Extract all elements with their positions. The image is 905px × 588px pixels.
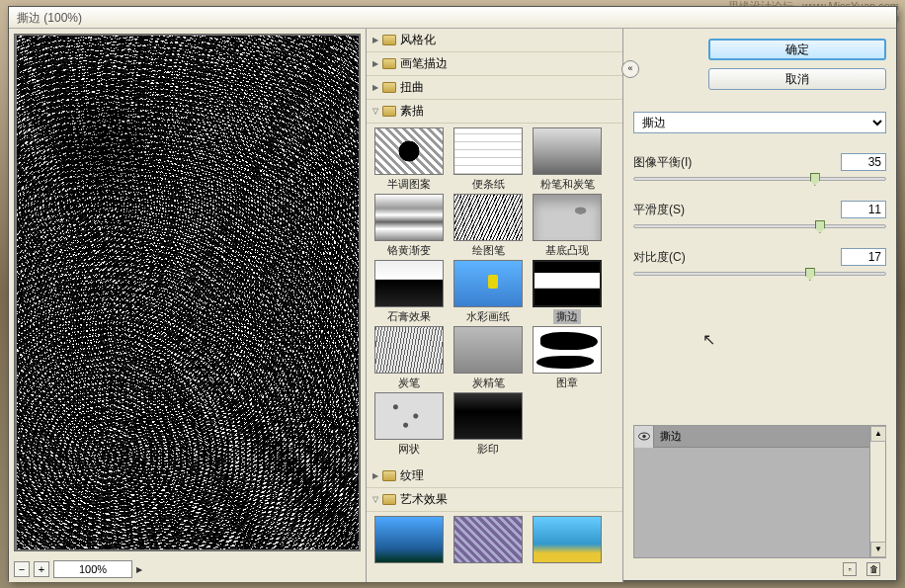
slider-label-contrast: 对比度(C) (633, 249, 686, 266)
folder-icon (382, 35, 396, 45)
category-stylize[interactable]: ▶ 风格化 (367, 29, 622, 52)
filter-select[interactable]: 撕边 (633, 112, 886, 133)
svg-point-1 (642, 435, 645, 438)
filter-gallery-dialog: 撕边 (100%) − + ▶ ▶ 风格化 (8, 6, 897, 581)
zoom-field[interactable] (53, 560, 132, 578)
chevron-right-icon: ▶ (372, 59, 378, 68)
category-sketch[interactable]: ▽ 素描 (367, 100, 622, 124)
smoothness-value[interactable] (841, 201, 886, 218)
category-label: 素描 (400, 103, 424, 120)
thumb-chalk-charcoal[interactable]: 粉笔和炭笔 (531, 127, 604, 192)
category-brush-strokes[interactable]: ▶ 画笔描边 (367, 52, 622, 76)
category-label: 艺术效果 (400, 491, 448, 508)
gallery-scroll[interactable]: ▶ 风格化 ▶ 画笔描边 ▶ 扭曲 ▽ 素描 (367, 29, 622, 582)
effect-layer-row[interactable]: 撕边 (634, 426, 885, 448)
layers-scrollbar[interactable]: ▲ ▼ (869, 426, 885, 557)
thumb-bas-relief[interactable]: 基底凸现 (531, 194, 604, 258)
folder-icon (382, 82, 396, 93)
effect-layers-panel: 撕边 ▲ ▼ (633, 425, 886, 558)
slider-label-smoothness: 平滑度(S) (633, 202, 685, 218)
preview-footer: − + ▶ (9, 556, 366, 582)
thumb-artistic-2[interactable] (452, 516, 525, 563)
filter-gallery-panel: ▶ 风格化 ▶ 画笔描边 ▶ 扭曲 ▽ 素描 (367, 29, 623, 582)
thumb-halftone-pattern[interactable]: 半调图案 (372, 127, 446, 192)
thumb-stamp[interactable]: 图章 (531, 326, 604, 390)
thumb-artistic-1[interactable] (372, 516, 446, 563)
preview-panel: − + ▶ (9, 29, 367, 582)
folder-icon (382, 106, 396, 117)
chevron-right-icon: ▶ (372, 36, 378, 44)
dialog-title: 撕边 (100%) (9, 7, 896, 29)
smoothness-slider[interactable] (633, 224, 886, 228)
thumb-note-paper[interactable]: 便条纸 (452, 127, 525, 192)
chevron-down-icon: ▽ (372, 107, 378, 116)
thumb-reticulation[interactable]: 网状 (372, 392, 446, 457)
contrast-value[interactable] (841, 248, 886, 266)
preview-container (14, 34, 361, 551)
folder-icon (382, 470, 396, 481)
thumb-artistic-3[interactable] (531, 516, 604, 563)
thumb-plaster[interactable]: 石膏效果 (372, 260, 446, 324)
thumb-water-paper[interactable]: 水彩画纸 (452, 260, 525, 324)
thumb-photocopy[interactable]: 影印 (452, 392, 525, 457)
zoom-in-button[interactable]: + (34, 561, 49, 577)
sketch-thumbs: 半调图案 便条纸 粉笔和炭笔 铬黄渐变 绘图笔 基底凸现 石膏效果 水彩画纸 撕… (367, 124, 622, 464)
category-label: 画笔描边 (400, 55, 448, 72)
delete-effect-layer-button[interactable]: 🗑 (866, 562, 880, 576)
effect-layer-name: 撕边 (654, 429, 688, 444)
contrast-slider[interactable] (633, 272, 886, 276)
chevron-down-icon: ▽ (372, 495, 378, 504)
category-texture[interactable]: ▶ 纹理 (367, 464, 622, 488)
zoom-out-button[interactable]: − (14, 561, 30, 577)
scroll-down-icon[interactable]: ▼ (870, 542, 886, 557)
visibility-eye-icon[interactable] (634, 426, 654, 448)
chevron-right-icon: ▶ (372, 471, 378, 480)
preview-image[interactable] (17, 36, 359, 549)
category-artistic[interactable]: ▽ 艺术效果 (367, 488, 622, 512)
folder-icon (382, 494, 396, 505)
cursor-icon: ↖ (702, 330, 715, 349)
thumb-conte-crayon[interactable]: 炭精笔 (452, 326, 525, 390)
category-distort[interactable]: ▶ 扭曲 (367, 76, 622, 100)
category-label: 纹理 (400, 467, 424, 484)
collapse-gallery-button[interactable]: « (621, 60, 639, 78)
thumb-torn-edges[interactable]: 撕边 (531, 260, 604, 324)
layers-footer: ▫ 🗑 (633, 558, 886, 576)
thumb-charcoal[interactable]: 炭笔 (372, 326, 446, 390)
artistic-thumbs (367, 512, 622, 571)
new-effect-layer-button[interactable]: ▫ (843, 562, 857, 576)
slider-label-image-balance: 图像平衡(I) (633, 154, 692, 171)
ok-button[interactable]: 确定 (708, 39, 886, 60)
chevron-right-icon: ▶ (372, 83, 378, 92)
scroll-up-icon[interactable]: ▲ (870, 426, 886, 442)
folder-icon (382, 58, 396, 69)
image-balance-value[interactable] (841, 153, 886, 171)
image-balance-slider[interactable] (633, 177, 886, 181)
settings-panel: « 确定 取消 撕边 图像平衡(I) 平滑度(S) 对比度(C) ↖ (623, 29, 896, 582)
cancel-button[interactable]: 取消 (708, 68, 886, 90)
thumb-chrome[interactable]: 铬黄渐变 (372, 194, 446, 258)
main-area: − + ▶ ▶ 风格化 ▶ 画笔描边 ▶ (9, 29, 896, 582)
category-label: 风格化 (400, 32, 436, 48)
zoom-menu-icon[interactable]: ▶ (136, 565, 142, 574)
thumb-graphic-pen[interactable]: 绘图笔 (452, 194, 525, 258)
category-label: 扭曲 (400, 79, 424, 96)
